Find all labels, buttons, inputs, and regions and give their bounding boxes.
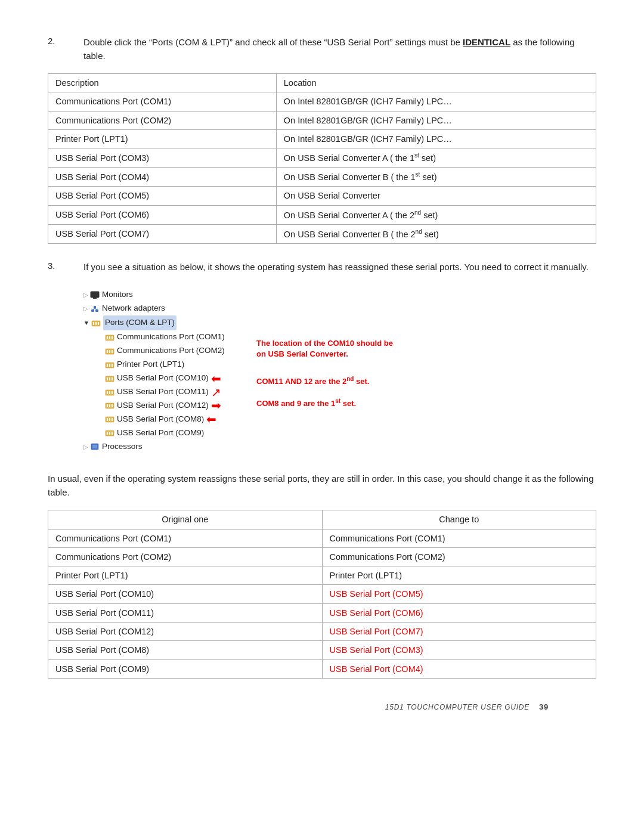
svg-rect-0 [91, 292, 99, 298]
svg-line-5 [93, 308, 95, 309]
ann-com10: The location of the COM10 should be on U… [256, 338, 393, 359]
table-row: Communications Port (COM2) [322, 547, 596, 566]
col-original: Original one [48, 510, 323, 529]
dm-processors-label: Processors [102, 440, 143, 454]
dm-network-label: Network adapters [102, 302, 165, 315]
table-row: Communications Port (COM2) [48, 547, 323, 566]
svg-rect-4 [94, 306, 96, 308]
arrow-com12: ➡ [211, 400, 221, 411]
table-row: USB Serial Port (COM6) [322, 603, 596, 622]
svg-rect-42 [112, 432, 113, 435]
table-row: Printer Port (LPT1) [48, 566, 323, 585]
col-changeto: Change to [322, 510, 596, 529]
dm-com11-label: USB Serial Port (COM11) [117, 385, 209, 399]
dm-com9-label: USB Serial Port (COM9) [117, 426, 204, 440]
dm-com8-label: USB Serial Port (COM8) [117, 413, 204, 426]
svg-rect-24 [107, 377, 108, 380]
dm-com12-label: USB Serial Port (COM12) [117, 399, 209, 413]
step2-text: Double click the “Ports (COM & LPT)” and… [66, 36, 596, 63]
ann-com10-text: The location of the COM10 should be [256, 338, 393, 349]
table-row: USB Serial Port (COM5) [48, 187, 277, 205]
svg-rect-14 [112, 336, 113, 339]
svg-rect-3 [95, 309, 98, 312]
dm-com10: USB Serial Port (COM10) ⬅ [83, 371, 250, 385]
dm-com2: Communications Port (COM2) [83, 344, 250, 358]
arrow-com8: ⬅ [206, 413, 216, 425]
svg-line-6 [95, 308, 97, 309]
dm-ports: ▼ Ports (COM & LPT) [83, 315, 250, 330]
table-row: Communications Port (COM1) [48, 92, 277, 111]
dm-annotations: The location of the COM10 should be on U… [256, 288, 393, 409]
dm-tree: ▷ Monitors ▷ Network adapters ▼ [83, 288, 250, 453]
dm-lpt1-label: Printer Port (LPT1) [117, 358, 184, 371]
svg-rect-30 [112, 391, 113, 394]
svg-rect-8 [93, 322, 94, 325]
col-description: Description [48, 74, 277, 92]
table-row: USB Serial Port (COM12) [48, 623, 323, 641]
svg-rect-25 [109, 377, 110, 380]
step2-number: 2. [48, 36, 61, 46]
ann-com10-text2: on USB Serial Converter. [256, 349, 393, 360]
table-row: USB Serial Port (COM11) [48, 603, 323, 622]
svg-rect-18 [112, 350, 113, 353]
table-row: Printer Port (LPT1) [48, 129, 277, 148]
arrow-com11: ↗ [211, 386, 221, 398]
table-row: USB Serial Port (COM4) [322, 659, 596, 678]
col-location: Location [276, 74, 596, 92]
table-row: Printer Port (LPT1) [322, 566, 596, 585]
svg-rect-10 [98, 322, 99, 325]
svg-rect-13 [109, 336, 110, 339]
table-row: USB Serial Port (COM3) [322, 641, 596, 659]
dm-network: ▷ Network adapters [83, 302, 250, 315]
table-row: On Intel 82801GB/GR (ICH7 Family) LPC… [276, 129, 596, 148]
svg-rect-44 [92, 445, 97, 448]
dm-ports-label: Ports (COM & LPT) [103, 315, 177, 330]
svg-rect-29 [109, 391, 110, 394]
table-row: On Intel 82801GB/GR (ICH7 Family) LPC… [276, 111, 596, 129]
dm-processors: ▷ Processors [83, 440, 250, 454]
table-row: USB Serial Port (COM6) [48, 205, 277, 224]
svg-rect-16 [107, 350, 108, 353]
table-row: USB Serial Port (COM8) [48, 641, 323, 659]
table-row: Communications Port (COM1) [322, 529, 596, 547]
svg-rect-2 [91, 309, 94, 312]
svg-rect-9 [95, 322, 97, 325]
svg-rect-36 [107, 418, 108, 421]
table-row: USB Serial Port (COM9) [48, 659, 323, 678]
table-row: USB Serial Port (COM3) [48, 148, 277, 168]
step3-number: 3. [48, 261, 61, 271]
svg-rect-20 [107, 364, 108, 367]
svg-rect-40 [107, 432, 108, 435]
para-text: In usual, even if the operating system r… [48, 472, 596, 500]
dm-com8: USB Serial Port (COM8) ⬅ [83, 413, 250, 426]
step3-text: If you see a situation as below, it show… [66, 261, 596, 274]
step2-bold-underline: IDENTICAL [463, 37, 510, 47]
table-row: Communications Port (COM2) [48, 111, 277, 129]
svg-rect-1 [93, 298, 97, 299]
dm-com2-label: Communications Port (COM2) [117, 344, 225, 358]
svg-rect-21 [109, 364, 110, 367]
svg-rect-22 [112, 364, 113, 367]
dm-monitors-label: Monitors [102, 288, 133, 302]
svg-rect-33 [109, 404, 110, 407]
dm-com11: USB Serial Port (COM11) ↗ [83, 385, 250, 399]
dm-com10-label: USB Serial Port (COM10) [117, 371, 209, 385]
svg-rect-26 [112, 377, 113, 380]
table-row: On USB Serial Converter [276, 187, 596, 205]
footer-guide: 15D1 Touchcomputer User Guide 39 [385, 702, 549, 711]
table-row: USB Serial Port (COM7) [48, 224, 277, 243]
dm-com1: Communications Port (COM1) [83, 330, 250, 344]
svg-rect-32 [107, 404, 108, 407]
svg-rect-28 [107, 391, 108, 394]
ann-com89-text: COM8 and 9 are the 1st set. [256, 397, 356, 409]
ann-com1112-text: COM11 AND 12 are the 2nd set. [256, 375, 369, 387]
svg-rect-17 [109, 350, 110, 353]
table-row: Communications Port (COM1) [48, 529, 323, 547]
dm-com9: USB Serial Port (COM9) [83, 426, 250, 440]
ann-com1112: COM11 AND 12 are the 2nd set. [256, 375, 393, 387]
svg-rect-41 [109, 432, 110, 435]
arrow-com10: ⬅ [211, 373, 221, 385]
svg-rect-34 [112, 404, 113, 407]
table-row: USB Serial Port (COM5) [322, 585, 596, 603]
svg-rect-37 [109, 418, 110, 421]
